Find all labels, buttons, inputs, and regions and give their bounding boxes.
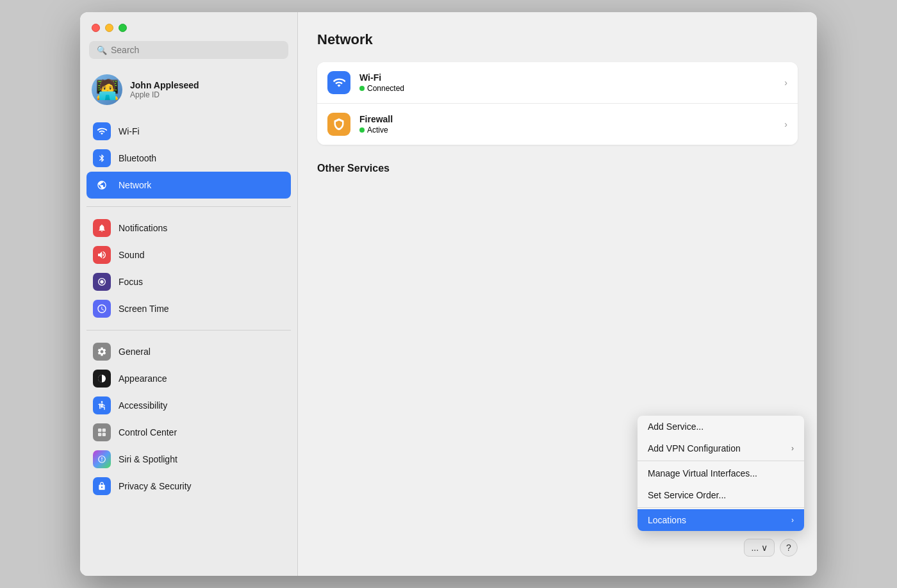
add-vpn-chevron: › xyxy=(791,444,794,453)
minimize-button[interactable] xyxy=(105,24,113,32)
sidebar-section-bottom: General Appearance Acces xyxy=(80,336,297,502)
sidebar: 🔍 🧑‍💻 John Appleseed Apple ID Wi-Fi xyxy=(80,12,298,576)
add-vpn-label: Add VPN Configuration xyxy=(648,443,741,453)
network-item-wifi[interactable]: Wi-Fi Connected › xyxy=(317,62,798,104)
sidebar-item-privacy[interactable]: Privacy & Security xyxy=(86,473,291,500)
dropdown-item-locations[interactable]: Locations › xyxy=(638,509,804,531)
sidebar-item-focus-label: Focus xyxy=(119,277,143,287)
firewall-status-text: Active xyxy=(367,126,388,135)
network-icon xyxy=(93,176,111,194)
appearance-icon xyxy=(93,370,111,388)
svg-rect-4 xyxy=(98,433,101,436)
sidebar-item-general[interactable]: General xyxy=(86,338,291,365)
sidebar-item-network-label: Network xyxy=(119,180,151,190)
sidebar-item-bluetooth-label: Bluetooth xyxy=(119,153,156,163)
sidebar-item-appearance-label: Appearance xyxy=(119,373,167,384)
user-profile[interactable]: 🧑‍💻 John Appleseed Apple ID xyxy=(80,68,297,115)
notifications-icon xyxy=(93,219,111,237)
user-info: John Appleseed Apple ID xyxy=(130,80,199,99)
sidebar-item-siri[interactable]: Siri & Spotlight xyxy=(86,446,291,473)
sidebar-item-focus[interactable]: Focus xyxy=(86,268,291,295)
search-icon: 🔍 xyxy=(97,45,107,55)
dots-button[interactable]: ... ∨ xyxy=(744,539,775,557)
sidebar-item-screentime[interactable]: Screen Time xyxy=(86,295,291,322)
sidebar-divider-2 xyxy=(86,330,291,331)
screentime-icon xyxy=(93,300,111,318)
help-button[interactable]: ? xyxy=(780,539,798,557)
help-label: ? xyxy=(786,543,791,553)
accessibility-icon xyxy=(93,396,111,414)
dropdown-item-manage-virtual[interactable]: Manage Virtual Interfaces... xyxy=(638,462,804,484)
sidebar-section-mid: Notifications Sound Focus xyxy=(80,212,297,325)
focus-icon xyxy=(93,273,111,291)
locations-chevron: › xyxy=(791,516,794,525)
privacy-icon xyxy=(93,477,111,495)
close-button[interactable] xyxy=(92,24,100,32)
sidebar-item-sound[interactable]: Sound xyxy=(86,241,291,268)
sidebar-item-accessibility-label: Accessibility xyxy=(119,400,167,411)
other-services-title: Other Services xyxy=(317,163,798,174)
maximize-button[interactable] xyxy=(119,24,127,32)
user-subtitle: Apple ID xyxy=(130,90,199,99)
wifi-status-text: Connected xyxy=(367,84,404,93)
wifi-net-info: Wi-Fi Connected xyxy=(359,72,775,93)
dropdown-divider-2 xyxy=(638,507,804,508)
firewall-status-dot xyxy=(359,127,365,133)
svg-rect-2 xyxy=(98,429,101,432)
avatar: 🧑‍💻 xyxy=(92,74,122,105)
firewall-chevron-icon: › xyxy=(784,119,787,129)
traffic-lights xyxy=(80,12,297,41)
siri-icon xyxy=(93,450,111,468)
sidebar-item-privacy-label: Privacy & Security xyxy=(119,481,192,491)
dropdown-menu: Add Service... Add VPN Configuration › M… xyxy=(638,416,804,531)
sidebar-item-bluetooth[interactable]: Bluetooth xyxy=(86,145,291,172)
sidebar-item-appearance[interactable]: Appearance xyxy=(86,365,291,392)
firewall-net-name: Firewall xyxy=(359,114,775,124)
sidebar-item-wifi[interactable]: Wi-Fi xyxy=(86,118,291,145)
firewall-net-info: Firewall Active xyxy=(359,114,775,135)
sidebar-item-wifi-label: Wi-Fi xyxy=(119,126,140,136)
sidebar-item-screentime-label: Screen Time xyxy=(119,304,169,314)
general-icon xyxy=(93,343,111,361)
controlcenter-icon xyxy=(93,423,111,441)
page-title: Network xyxy=(317,31,798,48)
wifi-chevron-icon: › xyxy=(784,78,787,88)
bluetooth-icon xyxy=(93,149,111,167)
search-bar[interactable]: 🔍 xyxy=(89,41,288,59)
add-service-label: Add Service... xyxy=(648,421,704,432)
sidebar-item-notifications[interactable]: Notifications xyxy=(86,215,291,241)
set-service-order-label: Set Service Order... xyxy=(648,490,726,500)
dots-label: ... ∨ xyxy=(751,543,768,553)
network-list: Wi-Fi Connected › Firewall xyxy=(317,62,798,145)
sidebar-item-controlcenter-label: Control Center xyxy=(119,427,177,437)
dropdown-item-add-service[interactable]: Add Service... xyxy=(638,416,804,437)
network-item-firewall[interactable]: Firewall Active › xyxy=(317,104,798,145)
sidebar-item-accessibility[interactable]: Accessibility xyxy=(86,392,291,419)
dropdown-item-set-service-order[interactable]: Set Service Order... xyxy=(638,484,804,506)
main-content: Network Wi-Fi Connected › xyxy=(298,12,817,576)
wifi-net-name: Wi-Fi xyxy=(359,72,775,83)
svg-rect-5 xyxy=(103,433,106,436)
sound-icon xyxy=(93,246,111,264)
sidebar-item-controlcenter[interactable]: Control Center xyxy=(86,419,291,446)
system-preferences-window: 🔍 🧑‍💻 John Appleseed Apple ID Wi-Fi xyxy=(80,12,817,576)
dropdown-divider xyxy=(638,461,804,461)
firewall-net-status: Active xyxy=(359,126,775,135)
user-name: John Appleseed xyxy=(130,80,199,90)
sidebar-item-notifications-label: Notifications xyxy=(119,223,167,233)
sidebar-divider-1 xyxy=(86,206,291,207)
svg-rect-3 xyxy=(103,429,106,432)
wifi-icon xyxy=(93,122,111,140)
search-input[interactable] xyxy=(111,45,281,55)
locations-label: Locations xyxy=(648,515,686,525)
wifi-status-dot xyxy=(359,86,365,91)
sidebar-item-siri-label: Siri & Spotlight xyxy=(119,454,177,464)
sidebar-item-sound-label: Sound xyxy=(119,250,144,260)
sidebar-item-network[interactable]: Network xyxy=(86,172,291,199)
wifi-net-status: Connected xyxy=(359,84,775,93)
svg-point-1 xyxy=(101,401,103,403)
dropdown-item-add-vpn[interactable]: Add VPN Configuration › xyxy=(638,437,804,459)
manage-virtual-label: Manage Virtual Interfaces... xyxy=(648,468,757,478)
firewall-net-icon xyxy=(327,113,350,136)
wifi-net-icon xyxy=(327,71,350,94)
